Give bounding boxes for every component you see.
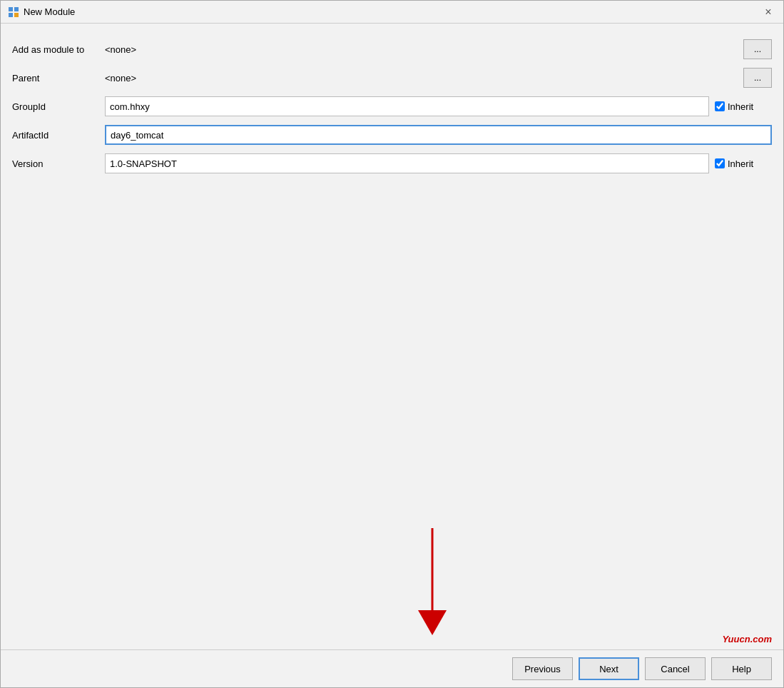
add-as-module-browse-button[interactable]: ... <box>743 39 772 59</box>
add-as-module-label: Add as module to <box>12 44 105 55</box>
svg-rect-1 <box>14 7 19 11</box>
add-as-module-row: Add as module to <none> ... <box>12 35 772 64</box>
group-id-label: GroupId <box>12 101 105 112</box>
artifact-id-input[interactable] <box>105 125 772 145</box>
next-button[interactable]: Next <box>579 657 639 680</box>
parent-value: <none> <box>105 73 739 84</box>
cancel-button[interactable]: Cancel <box>645 657 706 680</box>
group-id-input[interactable] <box>105 96 709 116</box>
version-row: Version Inherit <box>12 149 772 178</box>
watermark: Yuucn.com <box>722 634 772 644</box>
version-label: Version <box>12 158 105 169</box>
parent-label: Parent <box>12 73 105 84</box>
group-id-row: GroupId Inherit <box>12 92 772 121</box>
dialog-footer: Previous Next Cancel Help <box>1 649 783 687</box>
group-id-inherit-label: Inherit <box>728 101 753 112</box>
help-button[interactable]: Help <box>711 657 772 680</box>
previous-button[interactable]: Previous <box>512 657 573 680</box>
parent-row: Parent <none> ... <box>12 64 772 92</box>
version-inherit-checkbox[interactable] <box>715 158 725 168</box>
title-bar: New Module × <box>1 1 783 24</box>
module-icon <box>8 6 19 18</box>
version-inherit-label: Inherit <box>728 158 753 169</box>
window-title: New Module <box>24 6 75 17</box>
version-input[interactable] <box>105 153 709 173</box>
artifact-id-row: ArtifactId <box>12 121 772 149</box>
artifact-id-label: ArtifactId <box>12 130 105 141</box>
add-as-module-value: <none> <box>105 44 739 55</box>
form-section: Add as module to <none> ... Parent <none… <box>12 35 772 178</box>
group-id-inherit-checkbox[interactable] <box>715 101 725 111</box>
svg-rect-2 <box>9 13 13 17</box>
close-button[interactable]: × <box>760 4 776 20</box>
parent-browse-button[interactable]: ... <box>743 68 772 88</box>
dialog-content: Add as module to <none> ... Parent <none… <box>1 24 783 649</box>
group-id-inherit: Inherit <box>715 101 772 112</box>
new-module-dialog: New Module × Add as module to <none> ...… <box>0 0 784 688</box>
svg-rect-3 <box>14 13 19 17</box>
version-inherit: Inherit <box>715 158 772 169</box>
svg-rect-0 <box>9 7 13 11</box>
title-bar-left: New Module <box>8 6 75 18</box>
